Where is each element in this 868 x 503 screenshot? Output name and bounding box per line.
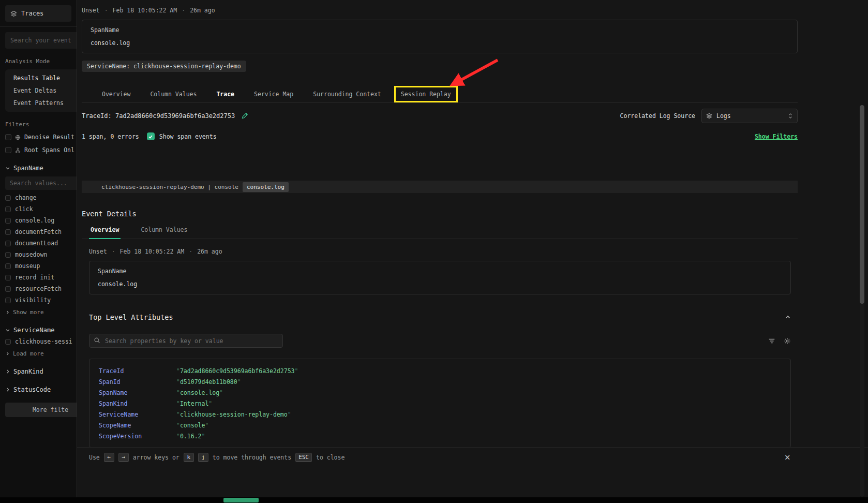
- spanname-show-more[interactable]: Show more: [5, 309, 77, 316]
- attribute-row: ScopeName console: [99, 420, 781, 431]
- load-more-label: Load more: [13, 350, 44, 357]
- search-icon: [94, 337, 100, 344]
- trace-id-text: TraceId: 7ad2ad8660c9d53969a6bf6a3e2d275…: [82, 112, 235, 120]
- more-filters-button[interactable]: More filte: [5, 403, 77, 417]
- attribute-value[interactable]: 7ad2ad8660c9d53969a6bf6a3e2d2753: [176, 367, 298, 375]
- analysis-mode-event-deltas[interactable]: Event Deltas: [5, 84, 77, 97]
- show-filters-link[interactable]: Show Filters: [755, 133, 798, 140]
- annotation-highlight-box: Session Replay: [394, 86, 458, 102]
- tab-service-map[interactable]: Service Map: [247, 86, 300, 102]
- spanname-option-mousedown[interactable]: mousedown: [5, 251, 77, 258]
- log-source-select[interactable]: Logs: [701, 109, 798, 123]
- attribute-key[interactable]: ScopeVersion: [99, 433, 176, 440]
- event-timestamp: Feb 18 10:05:22 AM: [113, 7, 177, 14]
- servicename-option-clickhouse[interactable]: clickhouse-sessi: [5, 338, 77, 345]
- attribute-key[interactable]: SpanKind: [99, 400, 176, 407]
- spanname-option-visibility[interactable]: visibility: [5, 297, 77, 304]
- event-timestamp: Feb 18 10:05:22 AM: [120, 248, 185, 255]
- span-name-card: SpanName console.log: [82, 20, 798, 53]
- span-count: 1 span, 0 errors: [82, 133, 139, 140]
- subtab-column-values[interactable]: Column Values: [139, 222, 189, 239]
- span-name-value: console.log: [98, 280, 782, 288]
- show-span-events-label[interactable]: Show span events: [159, 133, 217, 140]
- show-span-events-checkbox[interactable]: [147, 132, 155, 140]
- attribute-key[interactable]: TraceId: [99, 367, 176, 375]
- analysis-mode-results-table[interactable]: Results Table: [5, 72, 77, 84]
- attribute-key[interactable]: SpanName: [99, 389, 176, 396]
- checkbox[interactable]: [5, 134, 11, 140]
- servicename-load-more[interactable]: Load more: [5, 350, 77, 357]
- key-arrow-left: ←: [104, 453, 114, 462]
- spanname-option-click[interactable]: click: [5, 205, 77, 213]
- service-name-badge[interactable]: ServiceName: clickhouse-session-replay-d…: [82, 61, 246, 72]
- scrollbar-track[interactable]: [860, 105, 864, 497]
- spanname-option-console-log[interactable]: console.log: [5, 217, 77, 224]
- checkbox[interactable]: [5, 218, 11, 224]
- attribute-key[interactable]: SpanId: [99, 378, 176, 386]
- attribute-key[interactable]: ServiceName: [99, 411, 176, 418]
- option-label: clickhouse-sessi: [15, 338, 72, 345]
- sidebar-traces-label: Traces: [21, 10, 43, 17]
- tab-overview[interactable]: Overview: [95, 86, 137, 102]
- analysis-mode-event-patterns[interactable]: Event Patterns: [5, 97, 77, 109]
- attribute-value[interactable]: d51079d4eb11b080: [176, 378, 241, 386]
- spanname-option-documentfetch[interactable]: documentFetch: [5, 228, 77, 235]
- checkbox[interactable]: [5, 298, 11, 303]
- event-details-title: Event Details: [82, 210, 798, 218]
- chevron-right-icon: [5, 310, 10, 315]
- event-search-input[interactable]: [5, 32, 77, 49]
- checkbox[interactable]: [5, 241, 11, 246]
- attribute-key[interactable]: ScopeName: [99, 422, 176, 429]
- sidebar-section-statuscode[interactable]: StatusCode: [5, 386, 77, 393]
- tab-session-replay[interactable]: Session Replay: [396, 87, 456, 101]
- attribute-value[interactable]: clickhouse-session-replay-demo: [176, 411, 291, 418]
- spanname-option-change[interactable]: change: [5, 194, 77, 201]
- traces-icon: [10, 10, 17, 17]
- checkbox[interactable]: [5, 229, 11, 235]
- background-bottom-strip: [0, 497, 868, 503]
- checkbox[interactable]: [5, 206, 11, 212]
- subtab-overview[interactable]: Overview: [89, 222, 121, 239]
- attribute-value[interactable]: console: [176, 422, 208, 429]
- spanname-option-documentload[interactable]: documentLoad: [5, 240, 77, 247]
- tab-trace[interactable]: Trace: [209, 86, 241, 102]
- checkbox[interactable]: [5, 275, 11, 280]
- checkbox[interactable]: [5, 252, 11, 258]
- sidebar-section-servicename[interactable]: ServiceName: [5, 327, 77, 334]
- attribute-row: TraceId 7ad2ad8660c9d53969a6bf6a3e2d2753: [99, 365, 781, 376]
- scrollbar-thumb[interactable]: [860, 105, 864, 304]
- sidebar-source-traces[interactable]: Traces: [5, 5, 71, 22]
- event-side-panel: Unset · Feb 18 10:05:22 AM · 26m ago Spa…: [77, 0, 868, 497]
- properties-search-input[interactable]: [89, 334, 283, 348]
- attribute-value[interactable]: Internal: [176, 400, 212, 407]
- gear-icon[interactable]: [784, 337, 791, 345]
- trace-header-row: TraceId: 7ad2ad8660c9d53969a6bf6a3e2d275…: [82, 109, 798, 123]
- correlated-log-source-label: Correlated Log Source: [620, 112, 695, 120]
- chevron-up-icon[interactable]: [785, 314, 791, 320]
- attribute-value[interactable]: 0.16.2: [176, 433, 205, 440]
- panel-footer: Use ← → arrow keys or k j to move throug…: [77, 447, 868, 467]
- filter-toggle-denoise[interactable]: Denoise Result: [5, 134, 77, 141]
- span-name-card: SpanName console.log: [89, 261, 791, 294]
- checkbox[interactable]: [5, 195, 11, 201]
- edit-icon[interactable]: [241, 113, 248, 120]
- spanname-option-record-init[interactable]: record init: [5, 274, 77, 281]
- checkbox[interactable]: [5, 147, 11, 153]
- attribute-value[interactable]: console.log: [176, 389, 223, 396]
- close-icon[interactable]: ×: [785, 452, 790, 462]
- checkbox[interactable]: [5, 339, 11, 345]
- spanname-option-resourcefetch[interactable]: resourceFetch: [5, 285, 77, 292]
- waterfall-span-chip[interactable]: console.log: [243, 182, 289, 192]
- filter-lines-icon[interactable]: [768, 337, 775, 345]
- sidebar-divider: [0, 26, 77, 27]
- checkbox[interactable]: [5, 286, 11, 292]
- option-label: mousedown: [15, 251, 47, 258]
- sidebar-section-spanname[interactable]: SpanName: [5, 165, 77, 172]
- sidebar-section-spankind[interactable]: SpanKind: [5, 368, 77, 375]
- tab-surrounding-context[interactable]: Surrounding Context: [306, 86, 388, 102]
- tab-column-values[interactable]: Column Values: [143, 86, 203, 102]
- checkbox[interactable]: [5, 263, 11, 269]
- spanname-values-search-input[interactable]: [5, 176, 77, 190]
- spanname-option-mouseup[interactable]: mouseup: [5, 262, 77, 270]
- filter-toggle-root-spans[interactable]: Root Spans Onl: [5, 146, 77, 154]
